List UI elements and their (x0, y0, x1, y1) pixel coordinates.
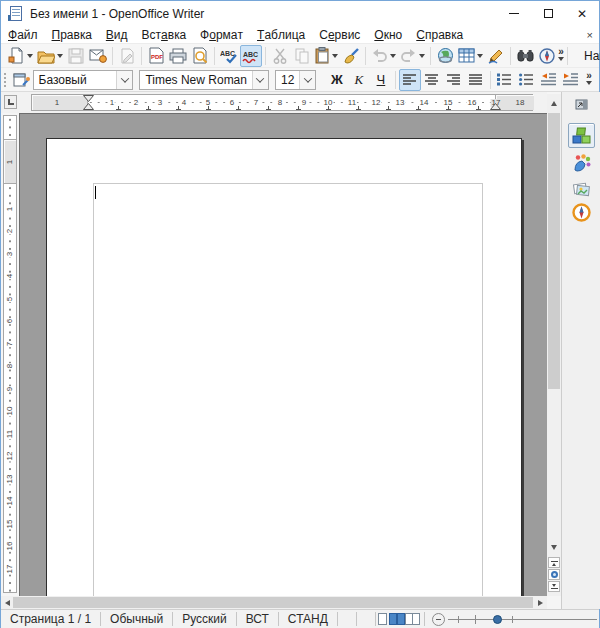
styles-and-formatting-icon (572, 154, 591, 172)
menu-file[interactable]: Файл (1, 26, 45, 44)
format-paintbrush-button[interactable] (340, 45, 362, 67)
zoom-slider-handle[interactable] (493, 615, 502, 624)
status-insert-mode[interactable]: ВСТ (237, 612, 279, 626)
undo-icon (371, 48, 388, 63)
sidebar-settings-button[interactable] (568, 95, 595, 113)
open-button[interactable] (35, 45, 65, 67)
properties-icon (572, 127, 591, 145)
menu-format[interactable]: Формат (193, 26, 250, 44)
status-page-number[interactable]: Страница 1 / 1 (1, 612, 101, 626)
zoom-out-icon[interactable] (432, 613, 445, 626)
auto-spellcheck-button[interactable]: ABC (240, 45, 262, 67)
numbered-list-button[interactable] (494, 69, 516, 91)
menu-insert[interactable]: Вставка (135, 26, 194, 44)
bold-button[interactable]: Ж (326, 69, 348, 91)
styles-panel-button[interactable] (11, 69, 33, 91)
copy-button[interactable] (291, 45, 313, 67)
text-boundary[interactable] (93, 183, 483, 596)
scroll-left-button[interactable] (1, 596, 13, 609)
document-page[interactable] (46, 138, 522, 596)
horizontal-ruler[interactable]: 1 123456789101112131415161718 (31, 94, 533, 111)
chevron-down-icon[interactable] (252, 71, 268, 89)
ruler-corner-button[interactable] (4, 95, 17, 109)
zoom-slider-track[interactable] (448, 612, 597, 626)
increase-indent-button[interactable] (560, 69, 582, 91)
align-justify-button[interactable] (465, 69, 487, 91)
insert-table-button[interactable] (456, 45, 485, 67)
vertical-ruler[interactable]: 1 1234567891011121314151617 (3, 115, 17, 593)
align-center-button[interactable] (421, 69, 443, 91)
align-center-icon (425, 74, 439, 86)
find-toolbar-label[interactable]: Найти (576, 49, 600, 63)
book-view-button[interactable] (405, 611, 420, 627)
previous-page-button[interactable] (548, 557, 560, 568)
status-signature-cell[interactable] (357, 612, 376, 626)
spelling-icon: ABC (220, 48, 238, 64)
maximize-button[interactable] (531, 1, 565, 26)
zoom-slider[interactable] (432, 612, 600, 626)
formatting-toolbar-overflow-button[interactable]: » (582, 69, 596, 91)
standard-toolbar-overflow-button[interactable]: » (558, 45, 564, 67)
decrease-indent-button[interactable] (538, 69, 560, 91)
paragraph-style-combobox[interactable]: Базовый (33, 70, 134, 90)
navigation-button[interactable] (548, 569, 560, 580)
cut-button[interactable] (269, 45, 291, 67)
font-name-combobox[interactable]: Times New Roman (139, 70, 269, 90)
bullet-list-button[interactable] (516, 69, 538, 91)
right-indent-marker[interactable] (490, 95, 501, 110)
email-button[interactable] (87, 45, 109, 67)
copy-icon (295, 48, 310, 64)
paste-button[interactable] (313, 45, 340, 67)
chevron-down-icon[interactable] (116, 71, 132, 89)
scroll-down-button[interactable] (547, 541, 561, 555)
menu-table[interactable]: Таблица (250, 26, 312, 44)
font-size-combobox[interactable]: 12 (275, 70, 316, 90)
vertical-scrollbar[interactable] (547, 94, 561, 596)
align-right-button[interactable] (443, 69, 465, 91)
close-document-icon[interactable]: × (587, 29, 593, 41)
first-line-indent-marker[interactable] (83, 95, 94, 110)
single-page-view-button[interactable] (376, 611, 389, 627)
spelling-button[interactable]: ABC (218, 45, 240, 67)
minimize-button[interactable] (497, 1, 531, 26)
page-preview-button[interactable] (189, 45, 211, 67)
scroll-up-button[interactable] (547, 94, 561, 111)
save-button[interactable] (65, 45, 87, 67)
draw-functions-button[interactable] (485, 45, 507, 67)
print-button[interactable] (167, 45, 189, 67)
navigator-icon (539, 48, 555, 64)
multi-page-view-button[interactable] (389, 611, 405, 627)
sidebar-tab-navigator[interactable] (568, 200, 595, 225)
export-pdf-button[interactable]: PDF (145, 45, 167, 67)
next-page-button[interactable] (548, 581, 560, 592)
menu-edit[interactable]: Правка (45, 26, 99, 44)
writer-app-icon (8, 6, 24, 22)
sidebar-tab-gallery[interactable] (568, 176, 595, 201)
sidebar-tab-styles[interactable] (568, 150, 595, 175)
status-modified-cell[interactable] (338, 612, 357, 626)
find-replace-icon (517, 49, 534, 63)
status-language[interactable]: Русский (173, 612, 237, 626)
menu-view[interactable]: Вид (99, 26, 135, 44)
text-cursor (95, 186, 96, 199)
edit-file-button[interactable] (116, 45, 138, 67)
vertical-scrollbar-thumb[interactable] (548, 113, 560, 389)
toolbar-grip[interactable] (3, 72, 8, 88)
find-replace-button[interactable] (514, 45, 536, 67)
status-selection-mode[interactable]: СТАНД (279, 612, 338, 626)
italic-button[interactable]: К (348, 69, 370, 91)
redo-button[interactable] (398, 45, 427, 67)
menu-tools[interactable]: Сервис (312, 26, 367, 44)
align-left-button[interactable] (399, 69, 421, 91)
hyperlink-button[interactable] (434, 45, 456, 67)
menu-help[interactable]: Справка (409, 26, 470, 44)
new-document-button[interactable] (6, 45, 35, 67)
chevron-down-icon[interactable] (299, 71, 315, 89)
close-button[interactable]: ✕ (565, 1, 599, 26)
undo-button[interactable] (369, 45, 398, 67)
menu-window[interactable]: Окно (367, 26, 409, 44)
sidebar-tab-properties[interactable] (568, 123, 595, 148)
navigator-button[interactable] (536, 45, 558, 67)
status-page-style[interactable]: Обычный (101, 612, 173, 626)
underline-button[interactable]: Ч (370, 69, 392, 91)
